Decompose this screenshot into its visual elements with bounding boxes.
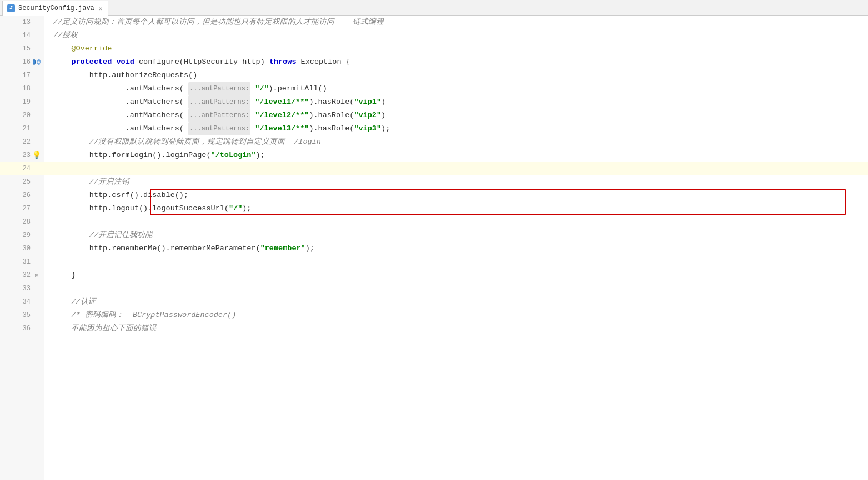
line-number-26: 26 [18, 191, 31, 199]
gutter-row-35: 35 [0, 309, 44, 322]
java-file-icon: J [7, 4, 15, 12]
gutter-icon-30 [33, 245, 41, 252]
code-line-19: .antMatchers( ...antPatterns: "/level1/*… [44, 95, 868, 109]
code-line-16: protected void configure(HttpSecurity ht… [44, 55, 868, 69]
gutter-row-26: 26 [0, 189, 44, 202]
code-line-20: .antMatchers( ...antPatterns: "/level2/*… [44, 109, 868, 122]
line-number-33: 33 [18, 285, 31, 292]
code-lines: //定义访问规则：首页每个人都可以访问，但是功能也只有特定权限的人才能访问 链式… [44, 16, 868, 335]
gutter-row-27: 27 [0, 202, 44, 215]
line-number-19: 19 [18, 98, 31, 106]
code-line-24 [44, 162, 868, 175]
gutter-icon-29 [33, 231, 41, 239]
code-line-34: //认证 [44, 295, 868, 309]
gutter-icon-17 [33, 72, 41, 79]
line-number-24: 24 [18, 165, 31, 173]
line-number-30: 30 [18, 245, 31, 252]
gutter-icon-33 [33, 285, 41, 292]
gutter-row-19: 19 [0, 95, 44, 109]
code-line-33 [44, 282, 868, 295]
line-number-32: 32 [18, 271, 31, 279]
gutter-icon-19 [33, 98, 41, 106]
line-number-18: 18 [18, 85, 31, 93]
gutter-row-20: 20 [0, 109, 44, 122]
red-box-container: http.csrf().disable(); http.logout().log… [44, 189, 868, 215]
gutter-icon-15 [33, 45, 41, 53]
line-number-21: 21 [18, 125, 31, 133]
gutter-icon-18 [33, 85, 41, 93]
code-line-22: //没有权限默认跳转到登陆页面，规定跳转到自定义页面 /login [44, 135, 868, 149]
code-line-13: //定义访问规则：首页每个人都可以访问，但是功能也只有特定权限的人才能访问 链式… [44, 16, 868, 29]
gutter-row-23: 23 💡 [0, 149, 44, 162]
line-number-15: 15 [18, 45, 31, 53]
line-number-23: 23 [18, 151, 31, 159]
gutter-icon-31 [33, 258, 41, 266]
gutter-row-21: 21 [0, 122, 44, 135]
gutter-icon-34 [33, 298, 41, 306]
gutter-icon-bulb-23: 💡 [33, 151, 41, 159]
gutter-icon-35 [33, 311, 41, 319]
code-content[interactable]: //定义访问规则：首页每个人都可以访问，但是功能也只有特定权限的人才能访问 链式… [44, 16, 868, 480]
line-number-27: 27 [18, 205, 31, 213]
line-number-31: 31 [18, 258, 31, 266]
code-line-18: .antMatchers( ...antPatterns: "/").permi… [44, 82, 868, 95]
tab-label: SecurityConfig.java [18, 4, 94, 12]
gutter-row-13: 13 [0, 16, 44, 29]
code-line-14: //授权 [44, 29, 868, 42]
code-line-15: @Override [44, 42, 868, 55]
gutter-icon-14 [33, 32, 41, 39]
line-number-20: 20 [18, 112, 31, 119]
gutter-row-17: 17 [0, 69, 44, 82]
gutter-row-33: 33 [0, 282, 44, 295]
gutter-row-36: 36 [0, 322, 44, 335]
gutter-row-22: 22 [0, 135, 44, 149]
code-line-31 [44, 255, 868, 269]
gutter-icon-25 [33, 178, 41, 186]
code-line-32: } [44, 269, 868, 282]
line-number-35: 35 [18, 311, 31, 319]
line-number-13: 13 [18, 18, 31, 26]
gutter-row-31: 31 [0, 255, 44, 269]
gutter-row-14: 14 [0, 29, 44, 42]
tab-close-button[interactable]: ✕ [99, 5, 103, 12]
gutter-icon-36 [33, 325, 41, 332]
line-number-34: 34 [18, 298, 31, 306]
gutter-row-25: 25 [0, 175, 44, 189]
tab-security-config[interactable]: J SecurityConfig.java ✕ [2, 1, 108, 16]
gutter-row-16: 16 @ [0, 55, 44, 69]
code-line-35: /* 密码编码： BCryptPasswordEncoder() [44, 309, 868, 322]
tab-bar: J SecurityConfig.java ✕ [0, 0, 868, 16]
code-line-26: http.csrf().disable(); [44, 189, 868, 202]
line-number-28: 28 [18, 218, 31, 226]
gutter-row-18: 18 [0, 82, 44, 95]
code-line-29: //开启记住我功能 [44, 229, 868, 242]
line-number-16: 16 [18, 58, 31, 66]
line-number-22: 22 [18, 138, 31, 146]
gutter-icon-28 [33, 218, 41, 226]
code-line-23: http.formLogin().loginPage("/toLogin"); [44, 149, 868, 162]
line-number-25: 25 [18, 178, 31, 186]
code-line-17: http.authorizeRequests() [44, 69, 868, 82]
gutter-icon-20 [33, 112, 41, 119]
gutter-row-30: 30 [0, 242, 44, 255]
gutter-icon-22 [33, 138, 41, 146]
line-number-29: 29 [18, 231, 31, 239]
line-gutter: 13 14 15 16 @ 17 18 [0, 16, 44, 480]
gutter-row-34: 34 [0, 295, 44, 309]
line-number-17: 17 [18, 72, 31, 79]
line-number-14: 14 [18, 32, 31, 39]
gutter-row-32: 32 ⊟ [0, 269, 44, 282]
gutter-icon-21 [33, 125, 41, 133]
gutter-icon-26 [33, 191, 41, 199]
code-line-21: .antMatchers( ...antPatterns: "/level3/*… [44, 122, 868, 135]
gutter-row-28: 28 [0, 215, 44, 229]
gutter-row-15: 15 [0, 42, 44, 55]
code-line-30: http.rememberMe().rememberMeParameter("r… [44, 242, 868, 255]
gutter-icon-bookmark-32: ⊟ [33, 271, 41, 279]
gutter-row-29: 29 [0, 229, 44, 242]
gutter-icon-13 [33, 18, 41, 26]
code-line-28 [44, 215, 868, 229]
code-line-27: http.logout().logoutSuccessUrl("/"); [44, 202, 868, 215]
gutter-icon-override-16: @ [33, 58, 41, 66]
line-number-36: 36 [18, 325, 31, 332]
